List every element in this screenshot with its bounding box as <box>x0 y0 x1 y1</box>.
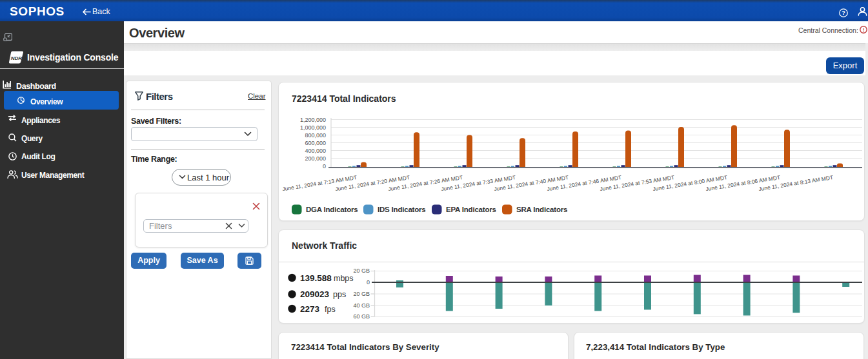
svg-text:0: 0 <box>367 279 370 286</box>
svg-text:EPA Indicators: EPA Indicators <box>446 206 496 213</box>
svg-text:40 GB: 40 GB <box>353 302 370 309</box>
svg-text:pps: pps <box>333 290 346 299</box>
svg-text:200,000: 200,000 <box>305 155 326 162</box>
svg-text:139.588: 139.588 <box>300 273 332 283</box>
svg-text:2273: 2273 <box>300 304 320 314</box>
svg-text:20 GB: 20 GB <box>353 291 370 297</box>
svg-text:mbps: mbps <box>334 274 354 283</box>
svg-text:800,000: 800,000 <box>305 132 326 139</box>
svg-text:60 GB: 60 GB <box>353 313 370 320</box>
svg-text:1,200,000: 1,200,000 <box>300 117 326 123</box>
svg-text:0: 0 <box>323 163 326 170</box>
svg-text:DGA Indicators: DGA Indicators <box>306 206 358 213</box>
svg-text:IDS Indicators: IDS Indicators <box>378 206 426 213</box>
svg-text:?: ? <box>842 10 845 16</box>
svg-text:20 GB: 20 GB <box>353 267 370 274</box>
svg-text:600,000: 600,000 <box>305 140 326 146</box>
svg-text:SRA Indicators: SRA Indicators <box>516 206 567 213</box>
svg-text:!: ! <box>863 27 865 33</box>
svg-text:209023: 209023 <box>300 289 330 299</box>
svg-text:NDR: NDR <box>11 55 23 61</box>
svg-text:400,000: 400,000 <box>305 148 326 154</box>
svg-text:fps: fps <box>325 305 336 314</box>
svg-text:1,000,000: 1,000,000 <box>300 124 326 131</box>
